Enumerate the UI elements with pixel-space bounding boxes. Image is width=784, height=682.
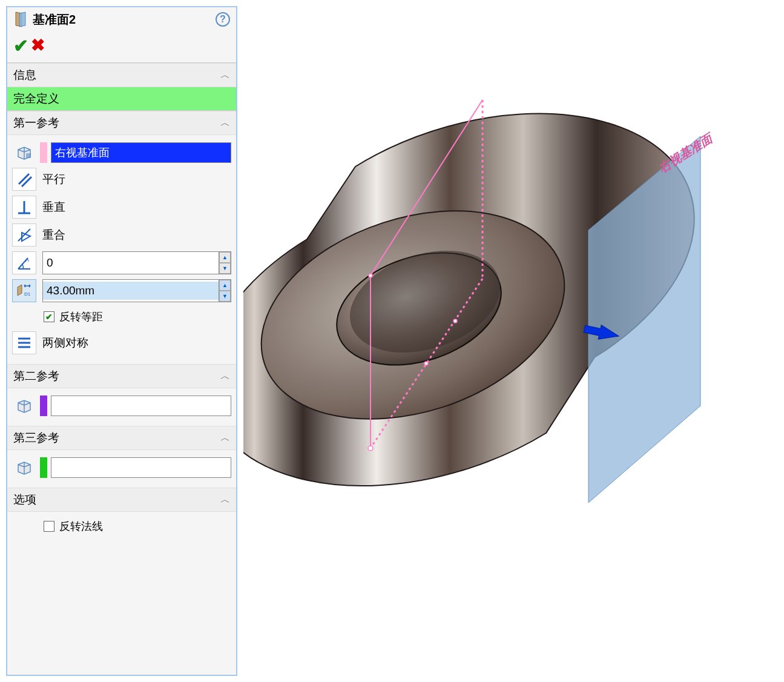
chevron-up-icon: ︿ — [220, 494, 230, 506]
ref2-color-strip — [40, 396, 47, 416]
ref3-selection-field[interactable] — [51, 457, 231, 478]
flip-normal-label: 反转法线 — [59, 519, 103, 534]
ref1-label: 第一参考 — [13, 115, 59, 131]
ref3-color-strip — [40, 457, 47, 478]
options-body: 反转法线 — [7, 512, 236, 543]
info-label: 信息 — [13, 67, 36, 83]
ref1-selection-field[interactable]: 右视基准面 — [51, 142, 231, 163]
panel-title: 基准面2 — [33, 12, 216, 28]
perpendicular-label: 垂直 — [42, 199, 65, 215]
angle-icon[interactable]: A — [12, 251, 36, 274]
distance-input[interactable] — [43, 282, 219, 300]
info-section-header[interactable]: 信息 ︿ — [7, 63, 236, 87]
ref1-body: 右视基准面 平行 垂直 重合 A ▲▼ — [7, 135, 236, 364]
property-panel: 基准面2 ? ✔ ✖ 信息 ︿ 完全定义 第一参考 ︿ 右视基准面 — [6, 6, 237, 676]
ref2-body — [7, 388, 236, 426]
3d-viewport[interactable]: 右视基准面 — [243, 0, 784, 682]
angle-input[interactable] — [43, 254, 219, 272]
options-section-header[interactable]: 选项 ︿ — [7, 488, 236, 512]
chevron-up-icon: ︿ — [220, 69, 230, 82]
plane-feature-icon — [13, 11, 28, 28]
distance-spinner[interactable]: ▲▼ — [219, 280, 231, 302]
flip-offset-checkbox[interactable]: ✔ — [44, 311, 54, 322]
coincident-label: 重合 — [42, 227, 65, 243]
ref3-section-header[interactable]: 第三参考 ︿ — [7, 426, 236, 450]
panel-header: 基准面2 ? — [7, 7, 236, 31]
reference-type-icon[interactable] — [12, 394, 36, 417]
svg-line-1 — [19, 174, 29, 184]
svg-point-16 — [424, 362, 428, 365]
midplane-icon[interactable] — [12, 331, 36, 354]
action-row: ✔ ✖ — [7, 31, 236, 63]
chevron-up-icon: ︿ — [220, 432, 230, 445]
svg-point-15 — [369, 274, 372, 277]
parallel-icon[interactable] — [12, 168, 36, 191]
svg-text:A: A — [25, 257, 29, 263]
midplane-label: 两侧对称 — [42, 335, 88, 351]
cancel-button[interactable]: ✖ — [31, 35, 45, 56]
ref1-section-header[interactable]: 第一参考 ︿ — [7, 111, 236, 135]
ref3-label: 第三参考 — [13, 430, 59, 446]
chevron-up-icon: ︿ — [220, 117, 230, 130]
ref1-color-strip — [40, 142, 47, 163]
ref2-label: 第二参考 — [13, 368, 59, 384]
distance-icon[interactable]: D1 — [12, 279, 36, 302]
perpendicular-icon[interactable] — [12, 196, 36, 219]
ref2-selection-field[interactable] — [51, 396, 231, 416]
flip-normal-checkbox[interactable] — [44, 521, 54, 532]
svg-rect-0 — [26, 153, 31, 158]
svg-text:D1: D1 — [24, 291, 31, 297]
reference-type-icon[interactable] — [12, 456, 36, 479]
chevron-up-icon: ︿ — [220, 370, 230, 383]
ok-button[interactable]: ✔ — [13, 35, 28, 56]
options-label: 选项 — [13, 492, 36, 508]
status-box: 完全定义 — [7, 87, 236, 111]
reference-type-icon[interactable] — [12, 141, 36, 164]
svg-line-2 — [22, 177, 31, 187]
coincident-icon[interactable] — [12, 223, 36, 247]
flip-offset-label: 反转等距 — [59, 310, 103, 324]
angle-field[interactable]: ▲▼ — [42, 251, 231, 274]
ref3-body — [7, 450, 236, 488]
ref2-section-header[interactable]: 第二参考 ︿ — [7, 364, 236, 388]
help-icon[interactable]: ? — [216, 12, 230, 27]
svg-point-17 — [453, 319, 457, 323]
parallel-label: 平行 — [42, 171, 65, 187]
distance-field[interactable]: ▲▼ — [42, 279, 231, 302]
angle-spinner[interactable]: ▲▼ — [219, 252, 231, 274]
svg-point-14 — [368, 446, 373, 451]
